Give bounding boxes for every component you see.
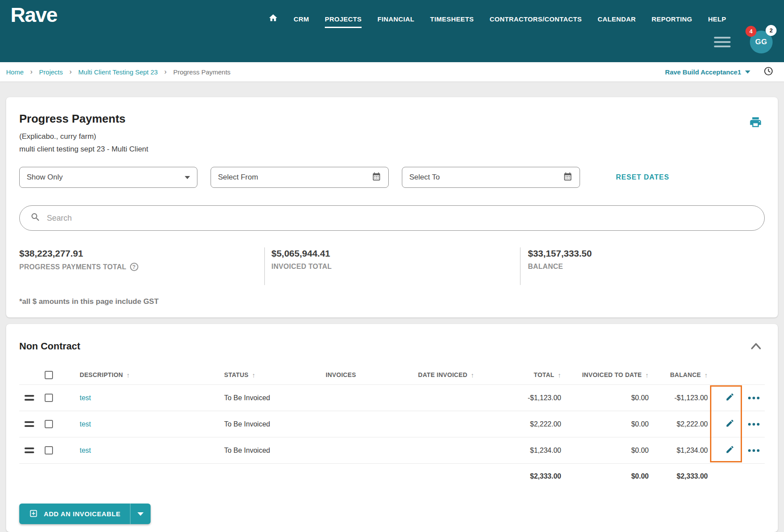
collapse-section-button[interactable] (750, 342, 762, 352)
balance-value: $33,157,333.50 (528, 248, 765, 259)
breadcrumb-home[interactable]: Home (6, 68, 24, 76)
status-text: To Be Invoiced (224, 447, 270, 454)
table-row: test To Be Invoiced -$1,123.00 $0.00 -$1… (19, 384, 765, 411)
balance-label: BALANCE (528, 263, 563, 271)
nav-item-crm[interactable]: CRM (294, 15, 309, 23)
column-header-description[interactable]: DESCRIPTION↑ (68, 371, 211, 379)
workspace-selector[interactable]: Rave Build Acceptance1 (665, 68, 750, 76)
pencil-icon (725, 392, 735, 403)
progress-payments-table: DESCRIPTION↑ STATUS↑ INVOICES DATE INVOI… (19, 365, 765, 489)
nav-item-timesheets[interactable]: TIMESHEETS (430, 15, 474, 23)
row-menu-button[interactable] (748, 449, 759, 452)
select-from-date-input[interactable]: Select From (211, 167, 389, 188)
drag-handle[interactable] (25, 447, 34, 453)
print-button[interactable] (749, 116, 762, 130)
sort-asc-icon: ↑ (127, 371, 130, 379)
section-title: Non Contract (19, 341, 765, 352)
pencil-icon (725, 419, 735, 430)
column-header-balance[interactable]: BALANCE↑ (649, 371, 708, 379)
home-icon (268, 13, 278, 25)
sort-asc-icon: ↑ (471, 371, 475, 379)
chevron-down-icon (137, 512, 144, 516)
breadcrumb-project-name[interactable]: Multi Client Testing Sept 23 (78, 68, 158, 76)
nav-item-help[interactable]: HELP (708, 15, 726, 23)
breadcrumb-current-page: Progress Payments (173, 68, 231, 76)
plus-box-icon (29, 509, 38, 519)
summary-row: $38,223,277.91 PROGRESS PAYMENTS TOTAL ?… (19, 248, 765, 285)
edit-button[interactable] (725, 419, 735, 430)
balance-amount: $1,234.00 (677, 447, 708, 454)
add-invoiceable-button[interactable]: ADD AN INVOICEABLE (19, 504, 130, 524)
description-link[interactable]: test (80, 447, 91, 454)
edit-button[interactable] (725, 445, 735, 456)
edit-button[interactable] (725, 392, 735, 403)
invoiced-to-date-amount: $0.00 (631, 420, 649, 428)
sort-asc-icon: ↑ (252, 371, 256, 379)
description-link[interactable]: test (80, 420, 91, 428)
calendar-icon (372, 172, 381, 183)
totals-invoiced-to-date: $0.00 (631, 472, 649, 480)
sort-asc-icon: ↑ (558, 371, 561, 379)
notification-badge[interactable]: 4 (745, 26, 756, 37)
home-nav-button[interactable] (268, 13, 278, 25)
totals-balance: $2,333.00 (677, 472, 708, 480)
workspace-name: Rave Build Acceptance1 (665, 68, 741, 76)
breadcrumb-separator-icon: › (70, 68, 72, 76)
breadcrumb-separator-icon: › (30, 68, 32, 76)
column-header-status[interactable]: STATUS↑ (211, 371, 312, 379)
message-badge[interactable]: 2 (766, 25, 777, 36)
breadcrumb: Home › Projects › Multi Client Testing S… (6, 68, 231, 76)
column-header-total[interactable]: TOTAL↑ (496, 371, 561, 379)
row-menu-button[interactable] (748, 397, 759, 399)
show-only-dropdown[interactable]: Show Only (19, 167, 197, 188)
invoiced-to-date-amount: $0.00 (631, 394, 649, 402)
history-clock-button[interactable] (763, 66, 773, 78)
breadcrumb-projects[interactable]: Projects (39, 68, 63, 76)
column-header-invoiced-to-date[interactable]: INVOICED TO DATE↑ (561, 371, 649, 379)
add-invoiceable-dropdown-button[interactable] (130, 504, 151, 524)
invoiced-total-value: $5,065,944.41 (271, 248, 520, 259)
progress-payments-card: Progress Payments (Explicabo., curry far… (6, 97, 778, 317)
page-subtitle-project: multi client testing sept 23 - Multi Cli… (19, 143, 765, 155)
nav-item-reporting[interactable]: REPORTING (652, 15, 693, 23)
column-header-date-invoiced[interactable]: DATE INVOICED↑ (404, 371, 496, 379)
clock-icon (763, 66, 773, 78)
row-menu-button[interactable] (748, 423, 759, 426)
nav-item-contractors-contacts[interactable]: CONTRACTORS/CONTACTS (489, 15, 582, 23)
help-icon[interactable]: ? (130, 263, 138, 271)
nav-item-projects[interactable]: PROJECTS (325, 15, 362, 23)
drag-handle[interactable] (25, 395, 34, 401)
select-to-label: Select To (409, 173, 563, 182)
search-input[interactable] (47, 214, 754, 223)
balance-amount: $2,222.00 (677, 420, 708, 428)
sort-asc-icon: ↑ (704, 371, 708, 379)
gst-note: *all $ amounts in this page include GST (19, 297, 765, 306)
add-invoiceable-split-button: ADD AN INVOICEABLE (19, 504, 151, 524)
balance-amount: -$1,123.00 (674, 394, 708, 402)
row-checkbox[interactable] (45, 446, 53, 454)
column-header-invoices: INVOICES (312, 371, 404, 378)
printer-icon (749, 123, 762, 130)
pencil-icon (725, 445, 735, 456)
hamburger-menu-icon[interactable] (714, 35, 731, 49)
select-all-checkbox[interactable] (45, 371, 53, 379)
select-to-date-input[interactable]: Select To (402, 167, 580, 188)
progress-payments-total-value: $38,223,277.91 (19, 248, 264, 259)
chevron-up-icon (750, 344, 762, 352)
add-invoiceable-label: ADD AN INVOICEABLE (44, 510, 120, 518)
progress-payments-total-label: PROGRESS PAYMENTS TOTAL (19, 263, 127, 271)
show-only-label: Show Only (27, 173, 185, 182)
row-checkbox[interactable] (45, 394, 53, 402)
reset-dates-button[interactable]: RESET DATES (616, 173, 669, 181)
search-bar (19, 205, 765, 231)
status-text: To Be Invoiced (224, 394, 270, 402)
app-header: Rave CRM PROJECTS FINANCIAL TIMESHEETS C… (0, 0, 784, 62)
table-totals-row: $2,333.00 $0.00 $2,333.00 (19, 463, 765, 489)
nav-item-financial[interactable]: FINANCIAL (377, 15, 414, 23)
rave-logo[interactable]: Rave (11, 3, 57, 27)
row-checkbox[interactable] (45, 420, 53, 428)
description-link[interactable]: test (80, 394, 91, 402)
main-nav: CRM PROJECTS FINANCIAL TIMESHEETS CONTRA… (268, 0, 726, 38)
drag-handle[interactable] (25, 421, 34, 427)
nav-item-calendar[interactable]: CALENDAR (598, 15, 636, 23)
